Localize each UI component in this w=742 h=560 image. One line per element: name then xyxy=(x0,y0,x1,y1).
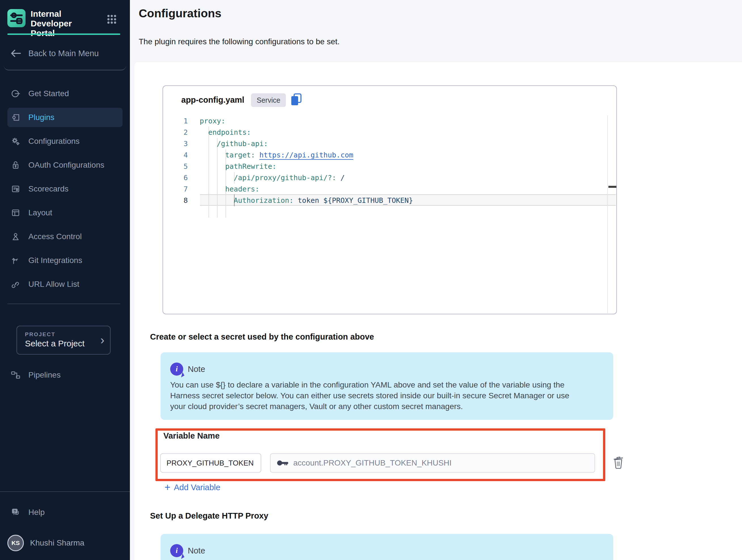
variable-name-input[interactable]: PROXY_GITHUB_TOKEN xyxy=(160,453,261,473)
add-variable-button[interactable]: + Add Variable xyxy=(164,482,220,493)
sidebar-item-scorecards[interactable]: Scorecards xyxy=(7,179,122,199)
sidebar-item-label: Access Control xyxy=(29,232,82,241)
code-segment: target: xyxy=(225,151,259,159)
plugins-icon xyxy=(11,113,20,122)
sidebar-item-git-integrations[interactable]: Git Integrations xyxy=(7,251,122,270)
code-segment: endpoints: xyxy=(208,128,251,137)
editor-scrollbar-thumb[interactable] xyxy=(608,186,616,188)
sidebar-item-pipelines[interactable]: Pipelines xyxy=(7,365,122,385)
code-line-6: 6/api/proxy/github-api/?: / xyxy=(163,172,605,184)
sidebar-item-label: Git Integrations xyxy=(29,256,82,265)
code-line-5: 5pathRewrite: xyxy=(163,161,605,172)
variable-name-label: Variable Name xyxy=(163,431,219,441)
sidebar-bottom-divider xyxy=(0,491,130,492)
project-selector[interactable]: PROJECT Select a Project › xyxy=(16,326,111,355)
note-line: You can use ${} to declare a variable in… xyxy=(170,379,569,390)
sidebar-item-access-control[interactable]: Access Control xyxy=(7,227,122,246)
code-line-1: 1proxy: xyxy=(163,115,605,127)
code-area[interactable]: 1proxy:2endpoints:3/github-api:4target: … xyxy=(163,115,616,314)
sidebar-item-oauth-configurations[interactable]: OAuth Configurations xyxy=(7,155,122,175)
sidebar-item-label: Layout xyxy=(29,208,52,217)
line-number: 2 xyxy=(183,127,188,138)
copy-icon[interactable] xyxy=(290,93,303,106)
sidebar-item-url-allow-list[interactable]: URL Allow List xyxy=(7,274,122,294)
secret-note-box: i Note You can use ${} to declare a vari… xyxy=(161,352,613,420)
code-segment: proxy: xyxy=(200,117,225,125)
url-allow-list-icon xyxy=(11,279,20,289)
info-icon: i xyxy=(170,363,183,375)
note-line: your cloud provider’s secret managers, V… xyxy=(170,401,569,412)
code-line-7: 7headers: xyxy=(163,184,605,195)
line-number: 5 xyxy=(183,161,188,172)
help-chat-icon: ? xyxy=(11,508,20,517)
pipelines-icon xyxy=(11,370,20,380)
note-title: Note xyxy=(188,364,205,374)
line-number: 6 xyxy=(183,172,188,184)
git-integrations-icon xyxy=(11,256,20,265)
sidebar-item-get-started[interactable]: Get Started xyxy=(7,84,122,103)
get-started-icon xyxy=(11,89,20,98)
sidebar-item-label: Scorecards xyxy=(29,185,69,194)
code-segment: token ${PROXY_GITHUB_TOKEN} xyxy=(298,196,413,205)
access-control-icon xyxy=(11,232,20,242)
sidebar-item-label: Configurations xyxy=(29,137,80,146)
back-label: Back to Main Menu xyxy=(29,49,99,58)
avatar: KS xyxy=(7,535,24,551)
harness-idp-logo xyxy=(7,9,25,27)
line-number: 3 xyxy=(183,138,188,150)
secret-selector-field[interactable]: account.PROXY_GITHUB_TOKEN_KHUSHI xyxy=(270,453,595,473)
editor-filename: app-config.yaml xyxy=(181,95,244,105)
code-segment: Authorization: xyxy=(234,196,298,205)
chevron-right-icon: › xyxy=(100,334,104,347)
sidebar-item-label: Get Started xyxy=(29,89,69,98)
sidebar-item-help[interactable]: ? Help xyxy=(7,503,122,522)
page-subtitle: The plugin requires the following config… xyxy=(139,37,339,46)
code-line-3: 3/github-api: xyxy=(163,138,605,150)
secret-reference: account.PROXY_GITHUB_TOKEN_KHUSHI xyxy=(293,458,452,467)
code-line-8: 8Authorization: token ${PROXY_GITHUB_TOK… xyxy=(163,195,605,206)
back-to-main-menu[interactable]: Back to Main Menu xyxy=(10,48,99,59)
back-section: Back to Main Menu xyxy=(4,37,126,70)
oauth-icon xyxy=(11,160,20,170)
brand: Internal Developer Portal xyxy=(7,8,122,29)
line-number: 1 xyxy=(183,115,188,127)
user-name: Khushi Sharma xyxy=(30,539,84,548)
code-segment: /api/proxy/github-api/?: xyxy=(234,173,340,182)
code-segment: pathRewrite: xyxy=(225,162,276,170)
sidebar-item-label: Plugins xyxy=(29,113,54,122)
arrow-left-icon xyxy=(10,49,21,58)
info-icon: i xyxy=(170,544,183,557)
sidebar-item-plugins[interactable]: Plugins xyxy=(7,108,122,127)
sidebar-item-layout[interactable]: Layout xyxy=(7,203,122,222)
sidebar-item-configurations[interactable]: Configurations xyxy=(7,132,122,151)
service-badge: Service xyxy=(251,93,286,107)
yaml-editor[interactable]: app-config.yaml Service 1proxy:2endpoint… xyxy=(163,85,617,314)
sidebar-divider xyxy=(7,304,120,304)
note-line: Harness secret selector below. You can e… xyxy=(170,390,569,401)
main-content: Configurations The plugin requires the f… xyxy=(130,0,742,560)
code-segment: /github-api: xyxy=(217,140,268,148)
app-switcher-icon[interactable] xyxy=(106,14,117,25)
code-link[interactable]: https://api.github.com xyxy=(259,151,353,159)
plus-icon: + xyxy=(164,482,170,493)
configurations-icon xyxy=(11,137,20,146)
note-title: Note xyxy=(188,546,205,555)
line-number: 8 xyxy=(183,195,188,206)
code-line-2: 2endpoints: xyxy=(163,127,605,138)
line-number: 7 xyxy=(183,184,188,195)
user-profile[interactable]: KS Khushi Sharma xyxy=(7,532,122,554)
code-segment: headers: xyxy=(225,185,259,193)
project-value: Select a Project xyxy=(25,339,85,348)
page-title: Configurations xyxy=(139,7,221,20)
brand-accent-rule xyxy=(7,34,120,35)
line-number: 4 xyxy=(183,150,188,161)
key-icon xyxy=(277,459,289,467)
sidebar-item-label: Help xyxy=(29,508,45,517)
svg-text:?: ? xyxy=(14,509,16,513)
delete-variable-icon[interactable] xyxy=(612,456,625,469)
sidebar: Internal Developer Portal Back to Main M… xyxy=(0,0,130,560)
layout-icon xyxy=(11,208,20,217)
scorecards-icon xyxy=(11,184,20,194)
sidebar-item-label: OAuth Configurations xyxy=(29,161,104,170)
project-label: PROJECT xyxy=(25,332,55,338)
